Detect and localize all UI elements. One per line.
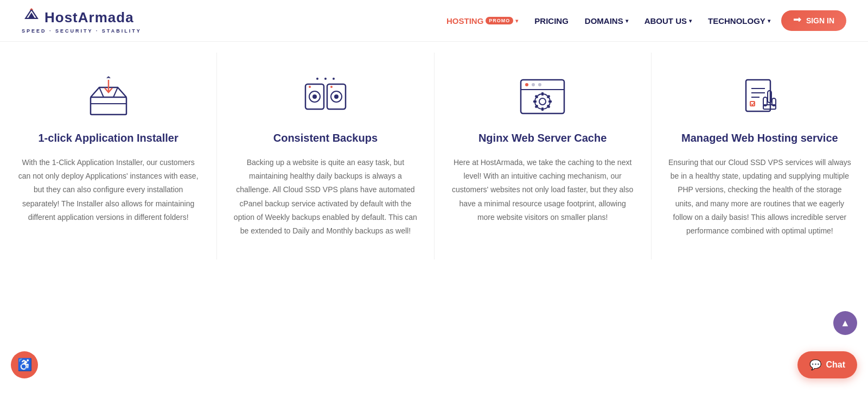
feature-card-backups: Consistent Backups Backing up a website … — [217, 53, 434, 260]
features-section: 1-click Application Installer With the 1… — [0, 42, 868, 270]
svg-rect-28 — [541, 92, 544, 96]
feature-card-app-installer: 1-click Application Installer With the 1… — [0, 53, 217, 260]
logo-name: HostArmada — [44, 9, 134, 26]
app-installer-icon — [84, 74, 133, 118]
nav-domains[interactable]: DOMAINS ▾ — [579, 12, 634, 30]
svg-point-17 — [330, 86, 333, 88]
nginx-icon — [518, 74, 567, 118]
domains-chevron-icon: ▾ — [626, 18, 628, 24]
app-installer-desc: With the 1-Click Application Installer, … — [16, 156, 200, 224]
backups-icon — [301, 74, 350, 118]
nav-technology[interactable]: TECHNOLOGY ▾ — [703, 12, 776, 30]
app-installer-title: 1-click Application Installer — [39, 131, 178, 145]
feature-card-managed: Managed Web Hosting service Ensuring tha… — [652, 53, 868, 260]
managed-icon — [735, 74, 784, 118]
svg-point-16 — [334, 94, 339, 99]
svg-rect-36 — [746, 80, 770, 111]
svg-point-19 — [324, 78, 327, 80]
svg-point-24 — [532, 83, 535, 86]
svg-rect-5 — [91, 97, 126, 115]
nav-about-us[interactable]: ABOUT US ▾ — [639, 12, 697, 30]
nginx-title: Nginx Web Server Cache — [478, 131, 607, 145]
main-nav: HOSTING PROMO ▾ PRICING DOMAINS ▾ ABOUT … — [441, 10, 846, 31]
feature-card-nginx: Nginx Web Server Cache Here at HostArmad… — [435, 53, 652, 260]
logo-icon — [22, 8, 41, 27]
signin-icon: ⮕ — [793, 16, 802, 26]
backups-desc: Backing up a website is quite an easy ta… — [233, 156, 417, 238]
logo[interactable]: HostArmada SPEED · SECURITY · STABILITY — [22, 8, 142, 34]
svg-point-12 — [312, 94, 317, 99]
signin-button[interactable]: ⮕ SIGN IN — [781, 10, 846, 31]
svg-point-27 — [539, 98, 546, 105]
svg-rect-30 — [533, 100, 537, 103]
svg-point-25 — [538, 83, 541, 86]
svg-rect-29 — [541, 108, 544, 111]
site-header: HostArmada SPEED · SECURITY · STABILITY … — [0, 0, 868, 42]
promo-badge: PROMO — [486, 17, 513, 24]
managed-title: Managed Web Hosting service — [681, 131, 838, 145]
about-chevron-icon: ▾ — [689, 18, 692, 24]
svg-point-13 — [309, 86, 311, 88]
nav-pricing[interactable]: PRICING — [529, 12, 574, 30]
nav-hosting[interactable]: HOSTING PROMO ▾ — [441, 12, 524, 30]
logo-tagline: SPEED · SECURITY · STABILITY — [22, 28, 142, 34]
managed-desc: Ensuring that our Cloud SSD VPS services… — [668, 156, 852, 238]
svg-point-18 — [316, 78, 318, 80]
svg-rect-31 — [548, 100, 552, 103]
hosting-chevron-icon: ▾ — [515, 18, 518, 24]
svg-point-20 — [333, 78, 335, 80]
nginx-desc: Here at HostArmada, we take the caching … — [451, 156, 635, 224]
technology-chevron-icon: ▾ — [768, 18, 770, 24]
backups-title: Consistent Backups — [273, 131, 378, 145]
svg-point-23 — [525, 83, 528, 86]
